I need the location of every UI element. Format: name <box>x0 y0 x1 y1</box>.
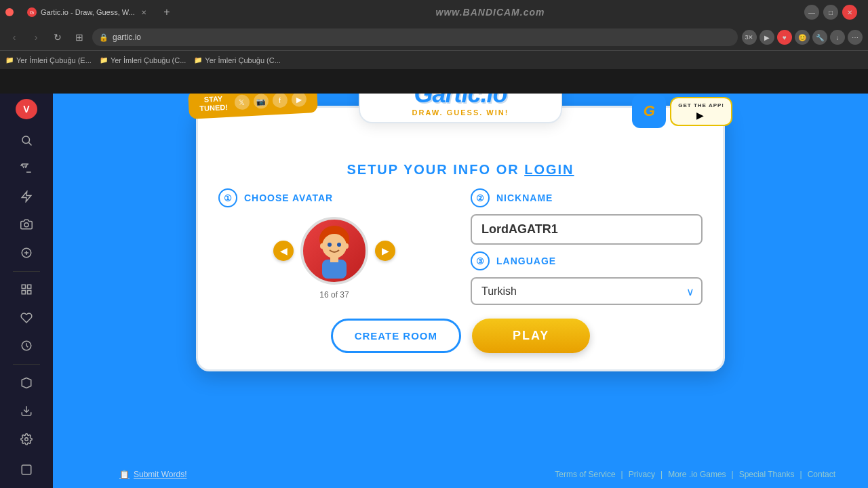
address-bar[interactable]: 🔒 gartic.io <box>92 28 738 46</box>
more-button[interactable]: ⋯ <box>848 30 863 45</box>
forward-button[interactable]: › <box>27 28 45 46</box>
login-link[interactable]: LOGIN <box>524 162 574 177</box>
svg-point-3 <box>24 223 28 227</box>
minimize-button[interactable]: — <box>804 5 819 20</box>
svg-point-20 <box>344 243 349 249</box>
sidebar-collections-icon[interactable] <box>13 370 40 396</box>
youtube-icon[interactable]: ▶ <box>291 94 307 107</box>
avatar-next-button[interactable]: ▶ <box>375 241 395 261</box>
sidebar-apps-icon[interactable] <box>13 277 40 303</box>
download-button[interactable]: ↓ <box>830 30 845 45</box>
svg-point-18 <box>337 243 341 247</box>
main-content-area: STAYTUNED! 𝕏 📷 f ▶ Gartic.io DRAW. GUESS… <box>53 94 868 488</box>
watermark: www.BANDICAM.com <box>436 7 545 18</box>
game-logo-subtitle: DRAW. GUESS. WIN! <box>376 108 545 117</box>
title-bar: G Gartic.io - Draw, Guess, W... ✕ + www.… <box>0 0 868 24</box>
back-button[interactable]: ‹ <box>5 28 23 46</box>
bookmark-1-label: Yer İmleri Çubuğu (E... <box>16 56 92 64</box>
new-tab-button[interactable]: + <box>157 3 176 22</box>
game-logo-title: Gartic.io <box>376 94 545 108</box>
bookmarks-bar: 📁 Yer İmleri Çubuğu (E... 📁 Yer İmleri Ç… <box>0 50 868 69</box>
tab-title: Gartic.io - Draw, Guess, W... <box>41 8 137 16</box>
language-select[interactable]: Turkish English Spanish Portuguese Frenc… <box>471 277 703 305</box>
twitter-icon[interactable]: 𝕏 <box>234 94 250 110</box>
setup-columns: ① CHOOSE AVATAR ◀ <box>218 188 703 305</box>
gartic-g-badge[interactable]: G <box>632 94 666 128</box>
contact-link[interactable]: Contact <box>802 470 841 479</box>
bookmark-3[interactable]: 📁 Yer İmleri Çubuğu (C... <box>194 56 280 64</box>
bookmark-3-label: Yer İmleri Çubuğu (C... <box>205 56 280 64</box>
footer: 📋 Submit Words! Terms of Service | Priva… <box>106 461 868 488</box>
step2-label: ② NICKNAME <box>471 188 703 207</box>
create-room-button[interactable]: CREATE ROOM <box>331 319 461 353</box>
svg-point-19 <box>320 243 324 249</box>
svg-point-13 <box>25 438 28 441</box>
sidebar-camera-icon[interactable] <box>13 212 40 238</box>
avatar-prev-button[interactable]: ◀ <box>273 241 294 261</box>
logo-area: Gartic.io DRAW. GUESS. WIN! <box>359 94 562 123</box>
tab-close-button[interactable]: ✕ <box>141 9 146 16</box>
submit-words-label[interactable]: Submit Words! <box>134 470 186 479</box>
sidebar-fullscreen-icon[interactable] <box>13 458 40 483</box>
bookmark-1[interactable]: 📁 Yer İmleri Çubuğu (E... <box>5 56 92 64</box>
sidebar-add-icon[interactable] <box>13 240 40 266</box>
active-tab[interactable]: G Gartic.io - Draw, Guess, W... ✕ <box>19 3 155 22</box>
footer-links: Terms of Service | Privacy | More .io Ga… <box>549 470 841 479</box>
svg-rect-8 <box>28 285 31 289</box>
submit-words-link[interactable]: 📋 Submit Words! <box>119 470 186 479</box>
get-app-text: GET THE APP! <box>678 102 724 108</box>
security-lock-icon: 🔒 <box>99 33 108 42</box>
url-display: gartic.io <box>113 33 731 42</box>
svg-rect-10 <box>28 291 31 294</box>
sidebar-search-icon[interactable] <box>13 127 40 153</box>
reload-button[interactable]: ↻ <box>49 28 66 46</box>
social-banner-text: STAYTUNED! <box>199 94 228 114</box>
svg-point-16 <box>322 234 347 258</box>
nickname-input[interactable] <box>471 214 703 245</box>
svg-rect-9 <box>22 291 25 294</box>
play-store-icon[interactable]: ▶ <box>696 110 704 121</box>
special-thanks-link[interactable]: Special Thanks <box>734 470 800 479</box>
app-badge-area: G GET THE APP! ▶ <box>632 94 732 128</box>
play-button[interactable]: PLAY <box>472 319 590 353</box>
terms-of-service-link[interactable]: Terms of Service <box>549 470 620 479</box>
step1-label: ① CHOOSE AVATAR <box>218 188 333 207</box>
game-container: STAYTUNED! 𝕏 📷 f ▶ Gartic.io DRAW. GUESS… <box>196 106 725 371</box>
svg-marker-2 <box>22 191 31 201</box>
left-arrow-icon: ◀ <box>280 245 288 256</box>
heart-button[interactable]: ♥ <box>777 30 792 45</box>
sidebar-history-icon[interactable] <box>13 333 40 359</box>
instagram-icon[interactable]: 📷 <box>253 94 269 109</box>
nickname-section: ② NICKNAME <box>471 188 703 245</box>
svg-point-0 <box>22 136 30 144</box>
sidebar-translate-icon[interactable] <box>13 156 40 182</box>
sidebar-divider-1 <box>13 271 40 272</box>
tools-button[interactable]: 🔧 <box>812 30 827 45</box>
close-control[interactable] <box>5 8 14 16</box>
close-window-button[interactable]: ✕ <box>842 5 857 20</box>
avatar-wrapper: ◀ <box>273 217 395 285</box>
get-app-badge[interactable]: GET THE APP! ▶ <box>670 97 732 126</box>
maximize-button[interactable]: □ <box>823 5 838 20</box>
sidebar-profile-avatar[interactable]: V <box>16 99 37 119</box>
facebook-icon[interactable]: f <box>272 94 288 108</box>
grid-button[interactable]: ⊞ <box>71 28 88 46</box>
bookmark-2[interactable]: 📁 Yer İmleri Çubuğu (C... <box>100 56 186 64</box>
social-banner: STAYTUNED! 𝕏 📷 f ▶ <box>188 94 318 119</box>
extension-badge[interactable]: 3✕ <box>742 30 757 45</box>
play-button[interactable]: ▶ <box>760 30 774 45</box>
bookmark-2-label: Yer İmleri Çubuğu (C... <box>111 56 186 64</box>
sidebar-favorites-icon[interactable] <box>13 305 40 331</box>
step2-circle: ② <box>471 188 490 207</box>
submit-words-icon: 📋 <box>119 470 130 479</box>
window-controls <box>5 8 14 16</box>
more-io-games-link[interactable]: More .io Games <box>663 470 731 479</box>
sidebar-download-icon[interactable] <box>13 399 40 424</box>
svg-rect-7 <box>22 285 25 289</box>
sidebar-settings-icon[interactable] <box>13 426 40 452</box>
tab-favicon: G <box>27 7 37 17</box>
emoji-button[interactable]: 😊 <box>795 30 810 45</box>
sidebar-lightning-icon[interactable] <box>13 184 40 209</box>
nickname-language-section: ② NICKNAME ③ LANGUAGE Turkis <box>471 188 703 305</box>
privacy-link[interactable]: Privacy <box>623 470 660 479</box>
